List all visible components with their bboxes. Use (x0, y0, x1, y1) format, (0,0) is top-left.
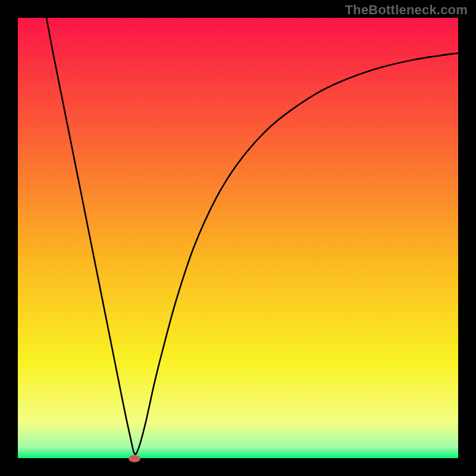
plot-area (18, 18, 458, 458)
curve-min-marker (129, 455, 140, 462)
watermark-text: TheBottleneck.com (345, 2, 468, 18)
bottleneck-chart (0, 0, 476, 476)
chart-frame: TheBottleneck.com (0, 0, 476, 476)
